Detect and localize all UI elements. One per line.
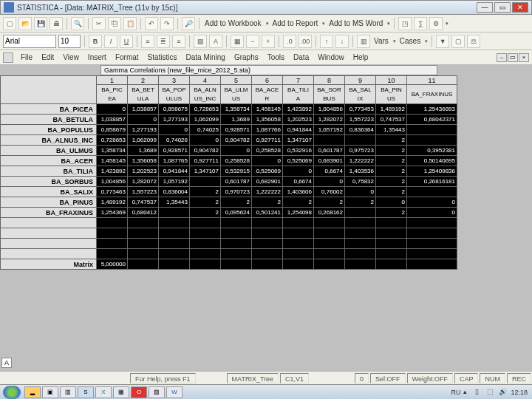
find-icon[interactable]: 🔎 [182, 17, 195, 30]
data-cell[interactable]: 1,004856 [314, 104, 345, 115]
data-cell[interactable]: 1,222222 [252, 187, 283, 197]
data-cell[interactable] [190, 259, 221, 270]
data-cell[interactable]: 0,941844 [283, 125, 314, 135]
data-cell[interactable]: 0,75832 [345, 177, 376, 187]
col-number[interactable]: 1 [97, 76, 128, 85]
data-cell[interactable] [345, 239, 376, 249]
data-cell[interactable]: 0 [128, 115, 159, 125]
data-cell[interactable] [221, 239, 252, 249]
col-header[interactable]: BA_ACER [252, 85, 283, 104]
data-cell[interactable]: 1,458145 [97, 156, 128, 166]
chevron-down-icon[interactable]: ▾ [266, 21, 269, 27]
col-header[interactable]: BA_ULMUS [221, 85, 252, 104]
data-cell[interactable]: 0 [283, 166, 314, 177]
data-cell[interactable] [252, 228, 283, 239]
data-cell[interactable]: 0,525069 [283, 156, 314, 166]
menu-graphs[interactable]: Graphs [230, 52, 263, 63]
data-cell[interactable]: 2 [190, 187, 221, 197]
data-cell[interactable]: 1,347107 [190, 166, 221, 177]
menu-file[interactable]: File [16, 52, 37, 63]
data-cell[interactable]: 0,50140695 [407, 156, 457, 166]
chevron-down-icon[interactable]: ▾ [387, 21, 390, 27]
data-cell[interactable]: 5,000000 [97, 259, 128, 270]
data-cell[interactable]: 0 [376, 197, 407, 208]
task-app[interactable]: ▥ [60, 386, 76, 398]
data-cell[interactable]: 0,904782 [190, 146, 221, 156]
weight-icon[interactable]: ⚖ [467, 35, 480, 48]
data-cell[interactable]: 0 [97, 104, 128, 115]
data-grid[interactable]: 1234567891011BA_PICEABA_BETULABA_POPULUS… [0, 75, 457, 270]
data-cell[interactable]: 0,74026 [159, 135, 190, 146]
data-cell[interactable]: 0,970723 [221, 187, 252, 197]
data-cell[interactable]: 2 [221, 197, 252, 208]
data-cell[interactable] [159, 239, 190, 249]
doc-minimize-button[interactable]: – [497, 53, 507, 62]
row-header[interactable] [1, 239, 97, 249]
data-cell[interactable]: 0 [221, 146, 252, 156]
data-cell[interactable]: 0,836364 [345, 125, 376, 135]
document-icon[interactable] [3, 52, 13, 63]
data-cell[interactable] [407, 125, 457, 135]
data-cell[interactable]: 0,268162 [314, 208, 345, 218]
print-icon[interactable]: 🖶 [50, 17, 63, 30]
redo-icon[interactable]: ↷ [160, 17, 174, 30]
add-workbook-button[interactable]: Add to Workbook [203, 19, 263, 27]
row-header[interactable]: BA_SALIX [1, 187, 97, 197]
data-cell[interactable] [345, 249, 376, 259]
start-button[interactable] [3, 386, 21, 399]
zoom-in-icon[interactable]: + [262, 35, 275, 48]
data-cell[interactable]: 0,941844 [159, 166, 190, 177]
align-right-icon[interactable]: ≡ [172, 35, 185, 48]
data-cell[interactable] [314, 249, 345, 259]
task-explorer[interactable]: ▂ [24, 386, 41, 398]
data-cell[interactable] [407, 135, 457, 146]
data-cell[interactable]: 1,038857 [128, 104, 159, 115]
data-cell[interactable]: 1,358734 [97, 146, 128, 156]
data-cell[interactable] [407, 228, 457, 239]
data-cell[interactable]: 1,403536 [345, 166, 376, 177]
data-cell[interactable]: 1,458145 [252, 104, 283, 115]
data-cell[interactable]: 0 [407, 197, 457, 208]
data-cell[interactable] [221, 249, 252, 259]
sheet-tab[interactable]: A [1, 358, 12, 368]
data-cell[interactable]: 1,202523 [283, 115, 314, 125]
data-cell[interactable] [252, 239, 283, 249]
data-cell[interactable] [97, 218, 128, 228]
col-number[interactable]: 6 [252, 76, 283, 85]
data-cell[interactable]: 1,35443 [159, 197, 190, 208]
data-cell[interactable]: 1,062099 [190, 115, 221, 125]
undo-icon[interactable]: ↶ [145, 17, 158, 30]
data-cell[interactable]: 0,858679 [97, 125, 128, 135]
data-cell[interactable]: 0,26816181 [407, 177, 457, 187]
data-cell[interactable]: 0,601787 [314, 146, 345, 156]
col-header[interactable]: BA_POPULUS [159, 85, 190, 104]
data-cell[interactable]: 2 [376, 187, 407, 197]
data-cell[interactable]: 1,038857 [97, 115, 128, 125]
options-icon[interactable]: ⚙ [429, 17, 443, 30]
align-center-icon[interactable]: ≣ [157, 35, 170, 48]
col-header[interactable]: BA_BETULA [128, 85, 159, 104]
data-cell[interactable] [190, 177, 221, 187]
paste-icon[interactable]: 📋 [123, 17, 137, 30]
data-cell[interactable]: 0,683901 [314, 156, 345, 166]
data-cell[interactable] [283, 259, 314, 270]
data-cell[interactable]: 0,74025 [190, 125, 221, 135]
cases-button[interactable]: Cases [398, 37, 422, 45]
data-cell[interactable]: 1,25436893 [407, 104, 457, 115]
data-cell[interactable]: 2 [190, 197, 221, 208]
row-header[interactable]: BA_BETULA [1, 115, 97, 125]
data-cell[interactable] [314, 259, 345, 270]
data-cell[interactable] [345, 135, 376, 146]
data-cell[interactable]: 1,087766 [252, 125, 283, 135]
data-cell[interactable] [190, 249, 221, 259]
open-icon[interactable]: 📂 [18, 17, 32, 30]
data-cell[interactable] [407, 239, 457, 249]
data-cell[interactable] [97, 249, 128, 259]
col-header[interactable]: BA_SORBUS [314, 85, 345, 104]
data-cell[interactable] [407, 218, 457, 228]
data-cell[interactable] [159, 208, 190, 218]
data-cell[interactable] [128, 218, 159, 228]
data-cell[interactable]: 2 [376, 135, 407, 146]
data-cell[interactable] [345, 259, 376, 270]
data-cell[interactable] [283, 239, 314, 249]
